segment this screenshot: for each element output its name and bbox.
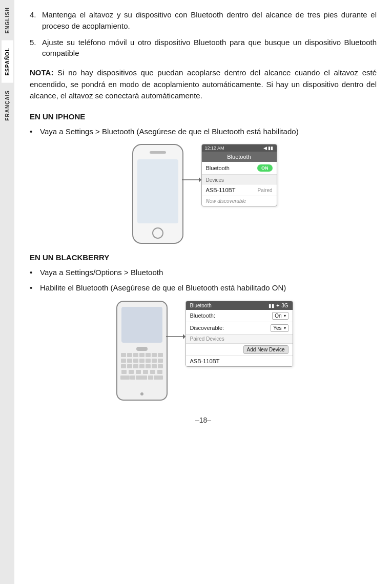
bb-illustration: Bluetooth ▮▮ ✦ 3G Bluetooth: On ▾ Discov…	[30, 301, 377, 401]
bb-ss-device-row: ASB-110BT	[186, 356, 293, 366]
bb-bullet-1: • Vaya a Settings/Options > Bluetooth	[30, 267, 377, 278]
note-text: Si no hay dispositivos que puedan acopla…	[30, 68, 377, 100]
bb-bullet-2: • Habilite el Bluetooth (Asegúrese de qu…	[30, 282, 377, 294]
bb-key	[148, 376, 153, 380]
bb-dot	[140, 392, 143, 395]
bb-key-space	[136, 376, 147, 380]
bb-bullet-dot-1: •	[30, 267, 40, 278]
bb-key	[157, 370, 162, 374]
bb-key	[150, 370, 155, 374]
ss-signal: ◀ ▮▮	[263, 145, 274, 151]
bb-key	[136, 370, 141, 374]
bb-key	[143, 370, 148, 374]
bb-ss-bluetooth-label: Bluetooth:	[190, 312, 216, 319]
bb-key	[146, 364, 151, 368]
bb-screen	[121, 307, 162, 343]
ss-devices-section: Devices	[202, 175, 277, 184]
list-item-5: 5. Ajuste su teléfono móvil u otro dispo…	[30, 37, 377, 59]
note-bold-label: NOTA:	[30, 68, 53, 77]
iphone-body	[132, 144, 183, 244]
ss-bluetooth-row: Bluetooth ON	[202, 162, 277, 175]
ss-device-status: Paired	[258, 187, 273, 193]
bb-ss-add-btn-row: Add New Device	[186, 344, 293, 356]
bb-ss-bluetooth-select: On ▾	[272, 312, 288, 320]
bb-key	[146, 359, 151, 363]
ss-device-name: ASB-110BT	[206, 187, 236, 193]
list-text-4: Mantenga el altavoz y su dispositivo con…	[42, 9, 377, 32]
bb-add-new-device-button[interactable]: Add New Device	[243, 345, 288, 354]
iphone-illustration: 12:12 AM ◀ ▮▮ Bluetooth Bluetooth ON Dev…	[30, 144, 377, 244]
bb-key	[152, 359, 157, 363]
main-content: 4. Mantenga el altavoz y su dispositivo …	[14, 0, 392, 584]
page-number: –18–	[30, 416, 377, 424]
bb-ss-title-bar: Bluetooth ▮▮ ✦ 3G	[186, 301, 293, 310]
bb-ss-signal: ▮▮ ✦ 3G	[269, 303, 288, 308]
bb-screenshot-panel: Bluetooth ▮▮ ✦ 3G Bluetooth: On ▾ Discov…	[185, 301, 293, 367]
iphone-arrow	[181, 175, 201, 185]
bb-key	[127, 359, 132, 363]
bb-key	[139, 353, 145, 357]
bb-key-row-2	[120, 359, 163, 363]
iphone-speaker	[150, 151, 166, 154]
bb-key	[121, 353, 126, 357]
svg-marker-3	[183, 334, 185, 339]
bb-key	[127, 353, 132, 357]
bb-key-row-1	[120, 353, 163, 357]
sidebar-tab-francais[interactable]: FRANÇAIS	[2, 83, 13, 128]
bb-key	[158, 353, 163, 357]
bb-ss-disc-value: Yes	[273, 325, 281, 331]
sidebar-tab-english[interactable]: ENGLISH	[2, 0, 13, 40]
list-num-5: 5.	[30, 37, 42, 59]
bb-section-heading: EN UN BLACKBERRY	[30, 253, 377, 262]
bb-ss-disc-arrow: ▾	[284, 326, 286, 330]
bb-device	[114, 301, 170, 401]
bb-key-wide	[120, 376, 130, 380]
list-item-4: 4. Mantenga el altavoz y su dispositivo …	[30, 9, 377, 32]
bb-key	[158, 359, 163, 363]
ss-time: 12:12 AM	[205, 145, 224, 151]
bb-key	[130, 376, 135, 380]
bb-ss-disc-label: Discoverable:	[190, 325, 224, 331]
ss-device-row: ASB-110BT Paired	[202, 184, 277, 196]
bb-bullet-text-2: Habilite el Bluetooth (Asegúrese de que …	[40, 282, 377, 294]
bb-bullets-list: • Vaya a Settings/Options > Bluetooth • …	[30, 267, 377, 294]
bb-arrow	[165, 331, 185, 342]
iphone-bullet-item: • Vaya a Settings > Bluetooth (Asegúrese…	[30, 126, 377, 137]
note-block: NOTA: Si no hay dispositivos que puedan …	[30, 67, 377, 102]
bb-key	[129, 370, 134, 374]
iphone-screen	[137, 159, 178, 223]
bb-key	[158, 364, 163, 368]
sidebar-tab-espanol[interactable]: ESPAÑOL	[2, 40, 13, 83]
bb-key-row-5	[120, 376, 163, 380]
bb-key	[121, 364, 126, 368]
ss-bluetooth-label: Bluetooth	[206, 165, 230, 171]
sidebar: ENGLISH ESPAÑOL FRANÇAIS	[0, 0, 14, 584]
bb-key	[133, 353, 138, 357]
iphone-home-button	[152, 227, 163, 239]
bb-key	[146, 353, 151, 357]
bullet-dot: •	[30, 126, 40, 137]
bb-key	[133, 359, 138, 363]
bb-key	[152, 364, 157, 368]
bb-trackpad	[136, 347, 148, 351]
bb-ss-title: Bluetooth	[190, 303, 212, 308]
iphone-section-heading: EN UN IPHONE	[30, 112, 377, 121]
bb-key	[152, 353, 157, 357]
iphone-bullets: • Vaya a Settings > Bluetooth (Asegúrese…	[30, 126, 377, 137]
bb-key-row-4	[120, 370, 163, 374]
bb-ss-paired-section: Paired Devices	[186, 335, 293, 344]
bb-ss-bluetooth-row: Bluetooth: On ▾	[186, 310, 293, 322]
list-num-4: 4.	[30, 9, 42, 32]
bb-bullet-dot-2: •	[30, 282, 40, 294]
svg-marker-1	[199, 177, 201, 182]
bb-ss-bt-arrow: ▾	[284, 314, 286, 318]
bb-keyboard	[120, 353, 163, 391]
bb-key-row-3	[120, 364, 163, 368]
iphone-screenshot-panel: 12:12 AM ◀ ▮▮ Bluetooth Bluetooth ON Dev…	[201, 144, 277, 206]
bb-key	[121, 359, 126, 363]
ss-discoverable: Now discoverable	[202, 196, 277, 206]
bb-key	[121, 370, 127, 374]
ss-bluetooth-toggle: ON	[257, 164, 273, 172]
bb-ss-discoverable-row: Discoverable: Yes ▾	[186, 322, 293, 335]
bb-key-wide	[154, 376, 163, 380]
